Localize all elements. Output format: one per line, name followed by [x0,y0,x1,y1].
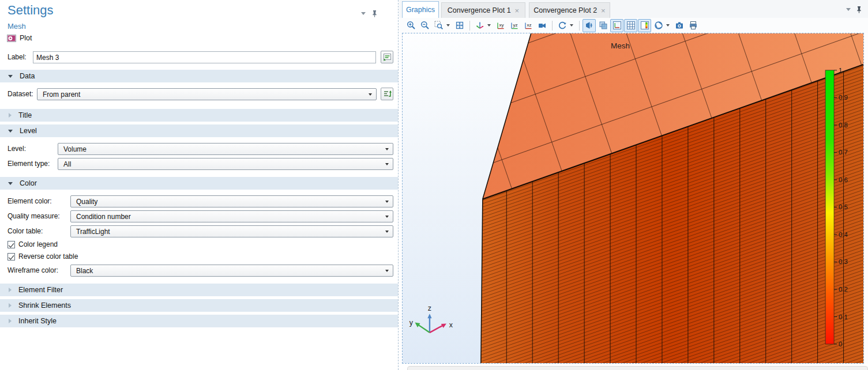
svg-text:0.1: 0.1 [839,314,848,320]
environment-icon [654,21,663,30]
view-yz-button[interactable]: yz [508,19,521,32]
plot-title: Mesh [611,41,630,50]
tabbar-menu-caret-icon[interactable] [846,8,851,11]
color-table-select[interactable]: TrafficLight [70,225,393,237]
level-select[interactable]: Volume [58,143,393,155]
mesh-plot: Mesh 1 0.9 0.8 [403,33,863,363]
projection-button[interactable] [535,19,548,32]
quality-measure-select[interactable]: Condition number [70,210,393,222]
svg-text:0.3: 0.3 [839,259,848,266]
default-view-caret-icon[interactable] [487,24,491,27]
environment-caret-icon[interactable] [666,24,670,27]
label-caption: Label: [7,51,27,63]
section-header-title[interactable]: Title [0,109,398,122]
svg-text:0.6: 0.6 [839,176,848,183]
chevron-down-icon [369,93,372,96]
rotate-caret-icon[interactable] [570,24,573,27]
checkmark-icon [9,254,14,259]
label-input[interactable] [33,51,376,63]
color-legend-icon [640,21,649,30]
environment-button[interactable] [652,19,665,32]
grid-button[interactable] [624,19,637,32]
graphics-canvas[interactable]: Mesh 1 0.9 0.8 [402,33,864,364]
view-yz-icon: yz [510,21,519,30]
svg-text:0.4: 0.4 [839,231,848,238]
settings-menu-caret-icon[interactable] [361,12,366,15]
element-type-select[interactable]: All [58,158,393,170]
go-to-source-icon [383,90,392,98]
application-window: Settings Mesh Plot Label: [0,0,868,370]
collapse-arrow-icon [8,75,13,78]
default-view-button[interactable] [473,19,486,32]
graphics-panel: Graphics Convergence Plot 1 × Convergenc… [399,0,868,370]
graphics-toolbar: xy yz xz [399,18,868,33]
color-legend-button[interactable] [638,19,651,32]
scene-light-button[interactable] [583,19,596,32]
scene-light-icon [585,21,594,30]
chevron-down-icon [385,163,389,165]
element-color-select[interactable]: Quality [70,195,393,207]
reverse-color-table-checkbox[interactable] [7,253,15,260]
svg-text:0.2: 0.2 [839,286,848,293]
dataset-select[interactable]: From parent [37,88,377,100]
settings-panel-title: Settings [7,3,54,18]
axis-label-y: y [409,319,414,327]
axis-label-z: z [428,304,431,312]
grid-icon [626,21,636,30]
projection-icon [538,21,547,30]
bottom-strip [399,364,868,370]
go-to-source-button[interactable] [381,88,393,100]
view-xy-icon: xy [496,21,505,30]
chevron-down-icon [385,148,389,150]
view-xz-button[interactable]: xz [521,19,535,32]
collapse-arrow-icon [9,113,12,118]
tab-convergence-plot-1[interactable]: Convergence Plot 1 × [441,2,525,18]
zoom-in-icon [407,21,416,30]
wireframe-color-select[interactable]: Black [70,265,393,277]
element-type-caption: Element type: [7,158,50,170]
zoom-box-button[interactable] [432,19,445,32]
section-header-data[interactable]: Data [0,70,398,82]
toolbar-separator [579,21,580,31]
print-button[interactable] [686,19,700,32]
section-header-level[interactable]: Level [0,124,398,137]
svg-text:0.8: 0.8 [839,122,848,129]
svg-text:0.7: 0.7 [839,149,848,156]
rotate-button[interactable] [555,19,569,32]
plot-button[interactable]: Plot [7,33,32,43]
checkmark-icon [9,241,14,247]
svg-text:xz: xz [527,22,531,28]
snapshot-button[interactable] [672,19,686,32]
section-header-shrink-elements[interactable]: Shrink Elements [0,299,398,312]
axes-icon [613,21,622,30]
axes-button[interactable] [610,19,623,32]
section-header-inherit-style[interactable]: Inherit Style [0,315,398,327]
zoom-extents-button[interactable] [453,19,466,32]
transparency-button[interactable] [596,19,610,32]
axis-label-x: x [449,321,453,329]
settings-panel: Settings Mesh Plot Label: [0,0,398,370]
view-xy-button[interactable]: xy [494,19,507,32]
zoom-box-caret-icon[interactable] [446,24,450,27]
tab-graphics[interactable]: Graphics [402,1,439,18]
zoom-out-icon [420,21,430,30]
zoom-in-button[interactable] [404,19,418,32]
collapse-arrow-icon [9,319,12,323]
close-icon[interactable]: × [515,7,520,14]
close-icon[interactable]: × [601,7,606,14]
pin-icon[interactable] [371,10,378,17]
reverse-color-table-checkbox-label: Reverse color table [18,252,78,261]
color-legend-checkbox[interactable] [7,241,15,248]
zoom-box-icon [434,21,444,30]
rename-button[interactable] [381,51,393,63]
tab-convergence-plot-2[interactable]: Convergence Plot 2 × [529,2,610,18]
print-icon [689,21,698,30]
section-header-element-filter[interactable]: Element Filter [0,284,398,296]
rename-icon [383,53,392,61]
chevron-down-icon [385,231,389,233]
pin-icon[interactable] [856,6,862,13]
svg-text:0: 0 [839,341,842,348]
svg-text:1: 1 [839,67,842,74]
zoom-out-button[interactable] [418,19,431,32]
section-header-color[interactable]: Color [0,177,398,190]
